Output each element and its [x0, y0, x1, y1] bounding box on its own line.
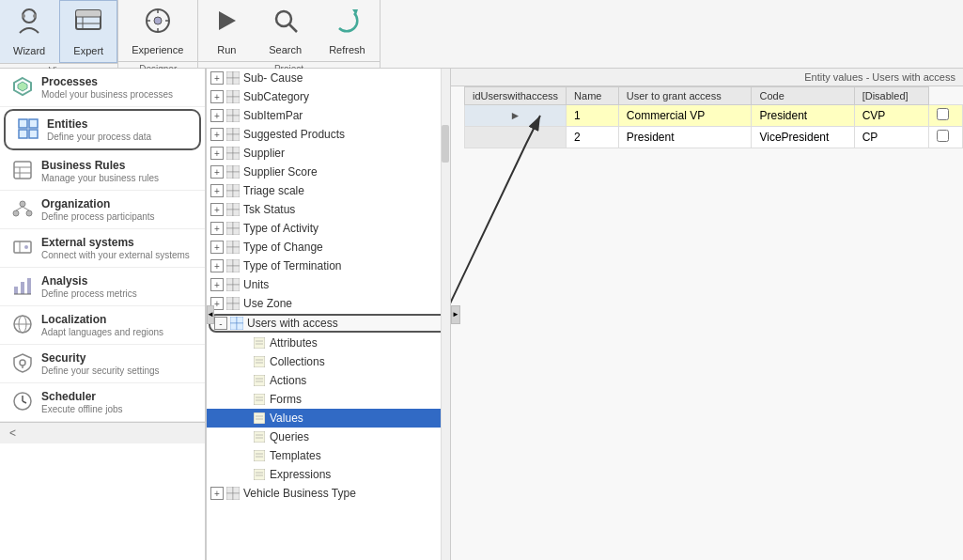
table-row[interactable]: ► 1 Commercial VP President CVP [465, 105, 963, 127]
sidebar-item-entities[interactable]: Entities Define your process data [4, 109, 201, 150]
sidebar-item-organization[interactable]: Organization Define process participants [0, 191, 205, 229]
sidebar-item-analysis[interactable]: Analysis Define process metrics [0, 268, 205, 306]
sidebar-item-external-systems[interactable]: External systems Connect with your exter… [0, 229, 205, 268]
main-layout: Processes Model your business processes … [0, 69, 963, 560]
tree-node-actions[interactable]: Actions [207, 371, 450, 390]
svg-rect-65 [233, 147, 240, 153]
expander-suggested-products[interactable]: + [210, 128, 224, 141]
svg-line-47 [23, 401, 26, 403]
expander-type-of-change[interactable]: + [210, 241, 224, 254]
tree-node-collections[interactable]: Collections [207, 352, 450, 371]
svg-rect-119 [254, 431, 265, 443]
expander-tsk-status[interactable]: + [210, 203, 224, 216]
entity-icon-triage-scale [225, 183, 241, 198]
tree-node-tsk-status[interactable]: + Tsk Status [207, 200, 450, 219]
sidebar-item-processes[interactable]: Processes Model your business processes [0, 69, 205, 107]
tree-node-forms[interactable]: Forms [207, 390, 450, 409]
tree-node-users-with-access[interactable]: - Users with access [209, 314, 448, 333]
row2-disabled[interactable] [928, 127, 962, 148]
experience-button[interactable]: Experience [118, 0, 197, 61]
entity-icon-forms [252, 392, 267, 407]
svg-rect-24 [14, 162, 31, 179]
analysis-title: Analysis [41, 274, 137, 288]
spacer-actions [237, 374, 250, 387]
table-row[interactable]: 2 President VicePresident CP [465, 127, 963, 148]
svg-rect-53 [233, 90, 240, 97]
svg-rect-122 [254, 450, 265, 461]
run-button[interactable]: Run [198, 0, 256, 61]
expander-supplier-score[interactable]: + [210, 165, 224, 179]
tree-node-subitempar[interactable]: + SubItemPar [207, 106, 450, 125]
tree-node-supplier-score[interactable]: + Supplier Score [207, 163, 450, 181]
search-button[interactable]: Search [256, 0, 316, 61]
expander-subitempar[interactable]: + [210, 109, 224, 122]
tree-node-vehicle-business-type[interactable]: + Vehicle Business Type [207, 484, 450, 503]
entity-icon-vehicle-business-type [225, 486, 241, 501]
processes-icon [11, 75, 34, 98]
row1-code: CVP [854, 105, 928, 127]
tree-left-arrow[interactable]: ◄ [207, 305, 214, 324]
table-header-row: idUserswithaccess Name User to grant acc… [465, 87, 963, 105]
sidebar-collapse-button[interactable]: < [0, 422, 205, 443]
tree-node-templates[interactable]: Templates [207, 446, 450, 465]
entity-icon-use-zone [225, 296, 241, 311]
tree-node-units[interactable]: + Units [207, 275, 450, 294]
svg-rect-68 [226, 165, 233, 172]
tree-node-suggested-products[interactable]: + Suggested Products [207, 125, 450, 144]
wizard-button[interactable]: Wizard [0, 0, 59, 63]
svg-rect-129 [233, 487, 240, 493]
tree-node-type-of-activity[interactable]: + Type of Activity [207, 219, 450, 238]
collapse-label: < [9, 427, 16, 440]
svg-rect-61 [233, 128, 240, 134]
tree-label-tsk-status: Tsk Status [243, 203, 295, 216]
row2-selector [465, 127, 567, 148]
tree-node-values[interactable]: Values [207, 409, 450, 428]
tree-node-supplier[interactable]: + Supplier [207, 144, 450, 163]
tree-label-suggested-products: Suggested Products [243, 128, 345, 141]
expander-vehicle-business-type[interactable]: + [210, 487, 224, 500]
content-left-arrow[interactable]: ► [451, 305, 460, 324]
expander-users-with-access[interactable]: - [214, 317, 227, 330]
tree-node-queries[interactable]: Queries [207, 428, 450, 446]
sidebar-item-security[interactable]: Security Define your security settings [0, 345, 205, 383]
svg-rect-51 [233, 78, 240, 85]
sidebar-item-business-rules[interactable]: Business Rules Manage your business rule… [0, 152, 205, 191]
svg-rect-107 [254, 356, 265, 367]
tree-node-type-of-termination[interactable]: + Type of Termination [207, 257, 450, 275]
col-header-name: Name [567, 87, 619, 105]
expander-subcategory[interactable]: + [210, 90, 224, 103]
tree-node-attributes[interactable]: Attributes [207, 334, 450, 352]
tree-node-sub-cause[interactable]: + Sub- Cause [207, 69, 450, 87]
svg-rect-54 [226, 97, 233, 103]
svg-rect-74 [226, 191, 233, 197]
sidebar-item-scheduler[interactable]: Scheduler Execute offline jobs [0, 383, 205, 422]
entity-icon-users-with-access [229, 316, 244, 331]
entities-icon [17, 117, 39, 140]
row1-disabled[interactable] [928, 105, 962, 127]
expander-triage-scale[interactable]: + [210, 184, 224, 197]
svg-rect-85 [233, 241, 240, 247]
row2-disabled-checkbox[interactable] [937, 130, 949, 142]
svg-rect-100 [230, 317, 237, 323]
tree-node-subcategory[interactable]: + SubCategory [207, 87, 450, 106]
expander-supplier[interactable]: + [210, 147, 224, 160]
expert-button[interactable]: Expert [59, 0, 117, 63]
entity-icon-type-of-change [225, 240, 241, 255]
tree-node-use-zone[interactable]: + Use Zone [207, 294, 450, 313]
svg-rect-60 [226, 128, 233, 134]
tree-node-expressions[interactable]: Expressions [207, 465, 450, 484]
row1-name: Commercial VP [618, 105, 752, 127]
col-header-disabled: [Disabled] [854, 87, 928, 105]
refresh-button[interactable]: Refresh [316, 0, 380, 61]
sidebar: Processes Model your business processes … [0, 69, 207, 560]
expander-type-of-termination[interactable]: + [210, 259, 224, 272]
row1-disabled-checkbox[interactable] [937, 108, 949, 120]
svg-rect-94 [226, 285, 233, 291]
tree-node-type-of-change[interactable]: + Type of Change [207, 238, 450, 257]
expander-units[interactable]: + [210, 278, 224, 291]
sidebar-item-localization[interactable]: Localization Adapt languages and regions [0, 306, 205, 345]
entities-subtitle: Define your process data [47, 132, 151, 142]
expander-type-of-activity[interactable]: + [210, 222, 224, 235]
expander-sub-cause[interactable]: + [210, 71, 224, 85]
tree-node-triage-scale[interactable]: + Triage scale [207, 181, 450, 200]
